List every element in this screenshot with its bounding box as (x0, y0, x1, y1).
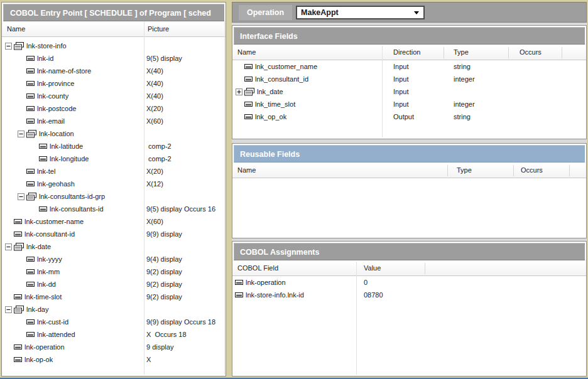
field-name: lnk-cust-id (37, 318, 68, 326)
tree-row[interactable]: lnk-cust-id9(9) display Occurs 18 (2, 316, 226, 328)
field-name: lnk-county (37, 92, 68, 100)
group-record-icon (26, 130, 36, 138)
operation-dropdown[interactable]: MakeAppt (296, 6, 425, 19)
reusable-fields-column-header: Name Type Occurs (232, 164, 586, 178)
field-picture: X(40) (146, 80, 163, 87)
tree-row[interactable]: lnk-op-okX (2, 353, 226, 366)
column-header-occurs[interactable]: Occurs (520, 46, 542, 59)
field-icon (26, 257, 35, 262)
tree-row[interactable]: lnk-telX(20) (2, 165, 226, 178)
field-picture: comp-2 (146, 155, 172, 163)
field-direction: Input (393, 88, 408, 95)
tree-row[interactable]: lnk-provinceX(40) (2, 77, 226, 90)
cobol-field-name: lnk-store-info.lnk-id (246, 291, 304, 299)
field-name: lnk-store-info (26, 42, 67, 50)
cobol-assignment-row[interactable]: lnk-operation0 (232, 276, 586, 289)
cobol-assignment-row[interactable]: lnk-store-info.lnk-id08780 (232, 289, 586, 301)
field-icon (26, 319, 35, 324)
column-header-direction[interactable]: Direction (393, 46, 420, 59)
tree-row[interactable]: lnk-emailX(60) (2, 115, 226, 127)
plus-box-icon[interactable] (236, 88, 242, 95)
column-divider (425, 263, 425, 274)
field-icon (244, 102, 253, 107)
tree-row[interactable]: lnk-id9(5) display (2, 52, 226, 65)
cobol-assignments-header: COBOL Assignments (234, 243, 585, 260)
tree-row[interactable]: lnk-time-slot9(2) display (2, 291, 226, 303)
column-header-value[interactable]: Value (364, 262, 381, 275)
tree-row[interactable]: lnk-day (2, 303, 226, 316)
group-record-icon (14, 243, 24, 251)
field-name: lnk-name-of-store (37, 67, 91, 75)
field-icon (26, 169, 35, 174)
minus-box-icon[interactable] (5, 243, 12, 250)
field-picture: 9(9) display (146, 230, 182, 238)
minus-box-icon[interactable] (5, 306, 12, 313)
interface-field-row[interactable]: lnk_op_okOutputstring (232, 110, 586, 123)
field-picture: 9(9) display Occurs 18 (146, 318, 215, 326)
tree-row[interactable]: lnk-store-info (2, 40, 226, 52)
field-icon (235, 292, 243, 297)
tree-row[interactable]: lnk-consultant-id9(9) display (2, 228, 226, 240)
column-header-type[interactable]: Type (454, 46, 469, 59)
field-name: lnk-yyyy (37, 255, 62, 263)
minus-box-icon[interactable] (18, 193, 24, 200)
field-icon (26, 81, 35, 86)
tree-row[interactable]: lnk-location (2, 127, 226, 140)
interface-field-row[interactable]: lnk_consultant_idInputinteger (232, 73, 586, 85)
field-type: integer (454, 100, 475, 108)
tree-row[interactable]: lnk-dd9(2) display (2, 278, 226, 291)
tree-row[interactable]: lnk-geohashX(12) (2, 178, 226, 190)
interface-field-row[interactable]: lnk_time_slotInputinteger (232, 98, 586, 110)
cobol-assignments-table: lnk-operation0lnk-store-info.lnk-id08780 (232, 276, 586, 301)
tree-row[interactable]: lnk-consultants-id-grp (2, 190, 226, 203)
tree-row[interactable]: lnk-postcodeX(20) (2, 102, 226, 115)
column-divider (444, 47, 444, 58)
field-picture: X(40) (146, 67, 163, 75)
field-name: lnk-customer-name (24, 218, 84, 225)
minus-box-icon[interactable] (5, 43, 12, 50)
tree-row[interactable]: lnk-date (2, 240, 226, 253)
tree-row[interactable]: lnk-mm9(2) display (2, 265, 226, 278)
field-name: lnk-day (26, 306, 48, 313)
tree-row[interactable]: lnk-customer-nameX(60) (2, 215, 226, 228)
column-header-name[interactable]: Name (237, 164, 256, 177)
interface-fields-header: Interface Fields (234, 27, 585, 45)
column-header-picture[interactable]: Picture (148, 23, 169, 36)
column-header-cobol-field[interactable]: COBOL Field (237, 262, 278, 275)
field-type: string (454, 113, 471, 120)
field-picture: 9(4) display (146, 255, 182, 263)
minus-box-icon[interactable] (18, 131, 24, 137)
column-divider (513, 165, 514, 176)
tree-row[interactable]: lnk-name-of-storeX(40) (2, 65, 226, 77)
interface-field-row[interactable]: lnk_customer_nameInputstring (232, 60, 586, 73)
field-name: lnk_consultant_id (255, 75, 308, 83)
column-divider (224, 21, 225, 375)
operation-label: Operation (239, 5, 292, 20)
column-divider (562, 47, 562, 58)
column-header-type[interactable]: Type (457, 164, 472, 177)
field-name: lnk-location (39, 130, 74, 137)
tree-row[interactable]: lnk-latitude comp-2 (2, 140, 226, 152)
interface-field-row[interactable]: lnk_dateInput (232, 85, 586, 98)
field-direction: Input (393, 63, 408, 70)
tree-row[interactable]: lnk-longitude comp-2 (2, 152, 226, 165)
field-icon (39, 156, 47, 161)
field-name: lnk-province (37, 80, 74, 87)
column-header-name[interactable]: Name (7, 23, 25, 36)
field-icon (39, 206, 47, 211)
field-icon (14, 357, 22, 362)
tree-row[interactable]: lnk-consultants-id9(5) display Occurs 16 (2, 203, 226, 215)
field-name: lnk_op_ok (255, 113, 286, 120)
field-icon (235, 280, 243, 285)
tree-row[interactable]: lnk-countyX(40) (2, 90, 226, 102)
tree-row[interactable]: lnk-attendedX Occurs 18 (2, 328, 226, 341)
field-icon (26, 56, 35, 61)
tree-row[interactable]: lnk-yyyy9(4) display (2, 253, 226, 265)
field-icon (244, 114, 253, 119)
linkage-field-tree: lnk-store-infolnk-id9(5) displaylnk-name… (2, 37, 226, 366)
field-picture: X(20) (146, 105, 163, 112)
column-header-name[interactable]: Name (237, 46, 256, 59)
operation-toolbar: Operation MakeAppt (232, 2, 587, 23)
tree-row[interactable]: lnk-operation9 display (2, 341, 226, 353)
column-header-occurs[interactable]: Occurs (521, 164, 543, 177)
